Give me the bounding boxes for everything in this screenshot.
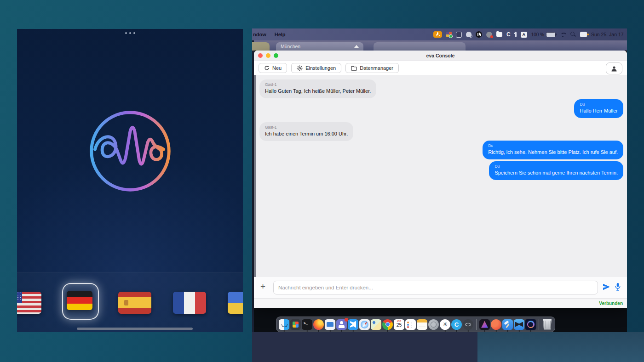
connection-status: Verbunden	[599, 301, 623, 306]
chat-left-edge	[254, 75, 256, 277]
composer: +	[254, 277, 627, 298]
gear-icon	[297, 65, 303, 71]
screen-frame-icon[interactable]	[456, 32, 462, 38]
window-title: eva Console	[426, 53, 455, 58]
dock-chrome-icon[interactable]	[382, 319, 393, 330]
dock-firefox-icon[interactable]	[313, 319, 324, 330]
new-button-label: Neu	[272, 65, 282, 71]
scroll-indicator[interactable]	[77, 328, 193, 330]
window-handle-dots[interactable]	[125, 32, 135, 34]
tab-label: München	[281, 44, 300, 49]
dock-contacts-icon[interactable]	[336, 319, 347, 330]
minimize-button[interactable]	[266, 53, 270, 58]
dock-finder-icon[interactable]	[279, 319, 289, 330]
dock-atom-icon[interactable]	[463, 319, 473, 330]
battery-indicator[interactable]: 100 %	[531, 32, 556, 37]
status-bar: Verbunden	[254, 298, 627, 308]
zoom-button[interactable]	[274, 53, 278, 58]
send-icon	[603, 283, 610, 290]
message-sender: Gast-1	[265, 82, 371, 87]
crescent-c-icon[interactable]: C	[506, 31, 511, 38]
new-button[interactable]: Neu	[259, 63, 287, 73]
message-input[interactable]	[273, 281, 598, 294]
dock: JAN 25 ✳ C	[276, 317, 555, 332]
dock-calendar-icon[interactable]: JAN 25	[394, 319, 404, 330]
menu-clock[interactable]: Sun 25. Jan 17	[591, 32, 627, 37]
mic-button[interactable]	[615, 283, 621, 293]
background-slab-dark	[252, 332, 477, 362]
dock-maps-icon[interactable]	[371, 319, 381, 330]
dock-wrench-app-icon[interactable]	[514, 319, 524, 330]
settings-button-label: Einstellungen	[305, 65, 336, 71]
person-icon	[611, 66, 617, 72]
app-grid-check-icon[interactable]	[446, 32, 452, 37]
microphone-active-icon[interactable]	[433, 31, 442, 38]
flag-germany-selected-frame[interactable]	[62, 283, 99, 320]
mac-display: München ndow Help C A 100 %	[252, 28, 627, 332]
attach-plus-button[interactable]: +	[260, 282, 265, 291]
battery-icon	[546, 32, 556, 37]
folder-icon[interactable]	[496, 32, 502, 37]
wifi-icon[interactable]	[560, 32, 566, 37]
dock-red-disc-icon[interactable]	[491, 319, 501, 330]
flag-ukraine[interactable]	[228, 292, 243, 314]
search-icon[interactable]	[570, 32, 576, 37]
background-slab-blue	[477, 332, 644, 362]
dock-separator	[476, 319, 477, 330]
calendar-day: 25	[394, 322, 404, 328]
dock-separator	[539, 319, 539, 330]
dock-launchpad-icon[interactable]	[290, 319, 301, 330]
dock-blue-c-icon[interactable]: C	[451, 319, 462, 330]
message-sender: Du	[494, 164, 618, 169]
dongle-icon[interactable]	[515, 32, 517, 37]
dock-astro-a-icon[interactable]	[479, 319, 490, 330]
message-sender: Du	[488, 143, 618, 148]
us-canton	[17, 292, 22, 303]
menu-help[interactable]: Help	[275, 32, 286, 37]
message-text: Ich habe einen Termin um 16:00 Uhr.	[265, 130, 348, 138]
dock-vscode-icon[interactable]	[348, 319, 358, 330]
hand-cursor-icon[interactable]	[466, 32, 472, 37]
close-button[interactable]	[258, 53, 263, 58]
refresh-icon	[264, 65, 270, 71]
dock-chatgpt-icon[interactable]: ✳	[440, 319, 450, 330]
audio-waveform-icon[interactable]	[476, 31, 482, 38]
chat-message: Du Hallo Herr Müller	[574, 99, 623, 118]
chat-area: Gast-1 Hallo Guten Tag, Ich heiße Müller…	[254, 75, 627, 277]
folder-icon	[351, 66, 357, 71]
ipad-mirror-window	[17, 29, 243, 332]
titlebar[interactable]: eva Console	[254, 51, 627, 61]
dock-reminders-icon[interactable]	[405, 319, 416, 330]
message-text: Richtig, ich sehe. Nehmen Sie bitte Plat…	[488, 149, 618, 156]
dock-mail-icon[interactable]	[325, 319, 335, 330]
browser-tab-muenchen[interactable]: München	[276, 42, 363, 51]
dock-eva-console-icon[interactable]	[525, 319, 536, 330]
input-source-a-icon[interactable]: A	[521, 32, 527, 38]
language-selector	[17, 272, 243, 332]
chat-message: Gast-1 Ich habe einen Termin um 16:00 Uh…	[259, 122, 353, 141]
dock-gray-disc-icon[interactable]	[428, 319, 439, 330]
dock-notes-icon[interactable]	[417, 319, 427, 330]
flag-germany[interactable]	[67, 291, 92, 310]
menu-window[interactable]: ndow	[253, 32, 266, 37]
message-sender: Du	[580, 102, 618, 107]
flag-france[interactable]	[173, 292, 206, 314]
dock-trash-icon[interactable]	[542, 319, 552, 330]
eva-console-window: eva Console Neu	[254, 51, 627, 308]
menu-bar: ndow Help C A 100 %	[252, 28, 627, 40]
fast-user-switch-icon[interactable]	[580, 32, 587, 37]
browser-tab-empty[interactable]	[374, 42, 466, 51]
dock-safari-icon[interactable]	[359, 319, 370, 330]
data-manager-button[interactable]: Datenmanager	[345, 63, 399, 73]
settings-button[interactable]: Einstellungen	[291, 63, 341, 73]
flag-spain[interactable]	[118, 292, 151, 314]
user-button[interactable]	[606, 62, 622, 74]
dock-hammer-app-icon[interactable]	[502, 319, 513, 330]
dock-terminal-icon[interactable]	[302, 319, 312, 330]
flag-usa[interactable]	[17, 292, 41, 314]
send-button[interactable]	[603, 283, 610, 292]
chat-message: Du Richtig, ich sehe. Nehmen Sie bitte P…	[483, 141, 623, 159]
browser-tab-partial[interactable]	[252, 42, 270, 51]
chat-message: Gast-1 Hallo Guten Tag, Ich heiße Müller…	[259, 79, 376, 98]
record-indicator-icon[interactable]	[486, 32, 492, 38]
